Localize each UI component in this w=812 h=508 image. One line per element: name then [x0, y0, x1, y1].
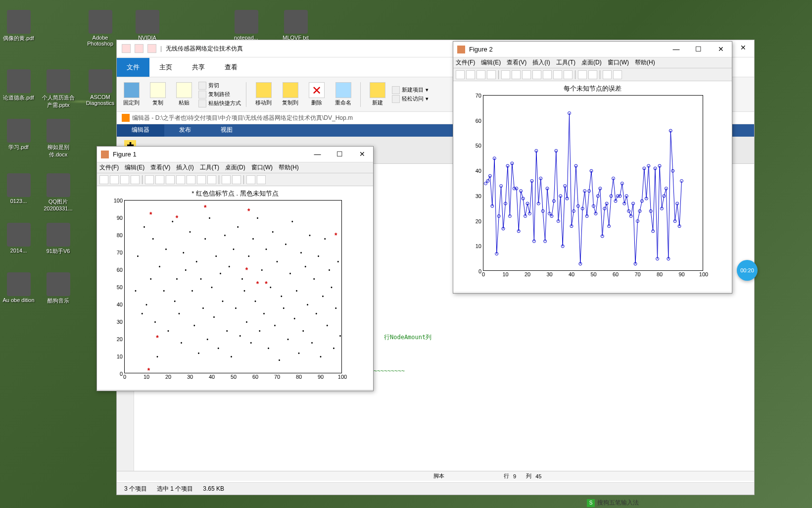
- menu-item[interactable]: 插入(I): [532, 58, 550, 67]
- new-icon[interactable]: [99, 175, 108, 184]
- menu-item[interactable]: 编辑(E): [125, 163, 144, 172]
- figure2-title: Figure 2: [469, 46, 493, 53]
- desktop-icon[interactable]: NVIDIA: [129, 10, 166, 41]
- menu-item[interactable]: 帮助(H): [279, 163, 299, 172]
- figure2-minimize[interactable]: —: [665, 42, 687, 56]
- print-icon[interactable]: [487, 70, 496, 79]
- menu-item[interactable]: 插入(I): [176, 163, 193, 172]
- ribbon-delete[interactable]: ✕删除: [305, 81, 329, 107]
- cursor-icon[interactable]: [197, 175, 206, 184]
- figure2-maximize[interactable]: ☐: [687, 42, 710, 56]
- menu-item[interactable]: 桌面(D): [581, 58, 602, 67]
- desktop-icon[interactable]: 柳如是别传.docx: [40, 119, 77, 158]
- arrow-icon[interactable]: [501, 70, 510, 79]
- desktop-icon[interactable]: Adobe Photoshop: [82, 10, 119, 47]
- desktop-icon[interactable]: ASCOM Diagnostics: [82, 69, 119, 106]
- rotate-icon[interactable]: [543, 70, 552, 79]
- rotate-icon[interactable]: [187, 175, 195, 184]
- menu-item[interactable]: 查看(V): [507, 58, 526, 67]
- close-button[interactable]: ✕: [732, 40, 754, 55]
- grid1-icon[interactable]: [246, 175, 255, 184]
- print-icon[interactable]: [131, 175, 140, 184]
- desktop-icon[interactable]: 学习.pdf: [0, 119, 37, 151]
- desktop-icon[interactable]: MLOVF txt: [277, 10, 314, 41]
- tab-view[interactable]: 查看: [215, 58, 247, 77]
- brush-icon[interactable]: [564, 70, 573, 79]
- link-icon: [198, 100, 206, 107]
- figure1-maximize[interactable]: ☐: [329, 147, 351, 161]
- figure2-close[interactable]: ✕: [710, 42, 732, 56]
- arrow-icon[interactable]: [145, 175, 154, 184]
- ribbon-easyaccess[interactable]: 轻松访问 ▾: [392, 95, 429, 103]
- cursor-icon[interactable]: [553, 70, 562, 79]
- grid2-icon[interactable]: [613, 70, 622, 79]
- ribbon-copyto[interactable]: 复制到: [278, 81, 302, 107]
- menu-item[interactable]: 文件(F): [456, 58, 475, 67]
- legend-icon[interactable]: [588, 70, 597, 79]
- menu-item[interactable]: 桌面(D): [225, 163, 245, 172]
- folder-open-icon: [147, 44, 156, 53]
- grid2-icon[interactable]: [257, 175, 266, 184]
- save-icon[interactable]: [120, 175, 129, 184]
- menu-item[interactable]: 文件(F): [99, 163, 119, 172]
- figure2-axes[interactable]: 0102030405060700102030405060708090100: [483, 95, 703, 271]
- zoomin-icon[interactable]: [155, 175, 164, 184]
- menu-item[interactable]: 窗口(W): [608, 58, 629, 67]
- ribbon-rename[interactable]: 重命名: [331, 81, 355, 107]
- editor-tab-publish[interactable]: 发布: [164, 124, 206, 137]
- zoomout-icon[interactable]: [522, 70, 531, 79]
- ribbon-moveto[interactable]: 移动到: [251, 81, 276, 107]
- open-icon[interactable]: [110, 175, 119, 184]
- ribbon-newitem[interactable]: 新建项目 ▾: [392, 86, 429, 94]
- menu-item[interactable]: 窗口(W): [251, 163, 273, 172]
- desktop-icon[interactable]: notepad...: [228, 10, 265, 41]
- menu-item[interactable]: 工具(T): [200, 163, 219, 172]
- timer-overlay[interactable]: 00:20: [737, 260, 758, 281]
- colorbar-icon[interactable]: [222, 175, 231, 184]
- figure1-axes[interactable]: 0102030405060708090100010203040506070809…: [124, 200, 342, 373]
- figure1-toolbar: [97, 173, 373, 186]
- pan-icon[interactable]: [176, 175, 185, 184]
- tab-home[interactable]: 主页: [149, 58, 182, 77]
- brush-icon[interactable]: [207, 175, 216, 184]
- save-icon[interactable]: [477, 70, 485, 79]
- desktop-icon[interactable]: 个人简历造合产需.pptx: [40, 69, 77, 109]
- ribbon-pin[interactable]: 固定到: [119, 81, 143, 107]
- zoomout-icon[interactable]: [166, 175, 175, 184]
- ribbon-new[interactable]: 新建: [366, 81, 389, 107]
- zoomin-icon[interactable]: [512, 70, 521, 79]
- ribbon-pasteshortcut[interactable]: 粘贴快捷方式: [198, 100, 241, 107]
- menu-item[interactable]: 工具(T): [556, 58, 575, 67]
- figure2-plot-title: 每个未知节点的误差: [453, 81, 732, 96]
- desktop-icon[interactable]: 酷狗音乐: [40, 272, 77, 305]
- grid1-icon[interactable]: [603, 70, 612, 79]
- colorbar-icon[interactable]: [578, 70, 587, 79]
- ribbon-cut[interactable]: 剪切: [198, 82, 241, 90]
- tab-file[interactable]: 文件: [117, 58, 149, 77]
- desktop-icon[interactable]: Au obe dition: [0, 272, 37, 303]
- desktop-icon[interactable]: 偶像的黄.pdf: [0, 10, 37, 42]
- new-icon[interactable]: [456, 70, 465, 79]
- desktop-icon[interactable]: 2014...: [0, 223, 37, 254]
- desktop-icon[interactable]: 91助手V6: [40, 223, 77, 255]
- menu-item[interactable]: 查看(V): [150, 163, 170, 172]
- editor-tab-editor[interactable]: 编辑器: [117, 124, 164, 137]
- figure1-close[interactable]: ✕: [351, 147, 373, 161]
- desktop-icon[interactable]: 论道德条.pdf: [0, 69, 37, 102]
- ime-indicator[interactable]: S 搜狗五笔输入法: [587, 499, 639, 507]
- menu-item[interactable]: 帮助(H): [635, 58, 655, 67]
- ribbon-paste[interactable]: 粘贴: [172, 81, 196, 107]
- ribbon-copy[interactable]: 复制: [146, 81, 170, 107]
- desktop-icon[interactable]: 0123...: [0, 173, 37, 204]
- menu-item[interactable]: 编辑(E): [481, 58, 501, 67]
- tab-share[interactable]: 共享: [182, 58, 215, 77]
- open-icon[interactable]: [466, 70, 475, 79]
- ribbon-copypath[interactable]: 复制路径: [198, 91, 241, 99]
- legend-icon[interactable]: [232, 175, 241, 184]
- editor-tab-view[interactable]: 视图: [206, 124, 247, 137]
- pan-icon[interactable]: [532, 70, 541, 79]
- matlab-figure-icon: [457, 46, 465, 53]
- desktop-icon[interactable]: QQ图片20200331...: [40, 173, 77, 211]
- figure2-menubar: 文件(F)编辑(E)查看(V)插入(I)工具(T)桌面(D)窗口(W)帮助(H): [453, 57, 732, 68]
- figure1-minimize[interactable]: —: [306, 147, 329, 161]
